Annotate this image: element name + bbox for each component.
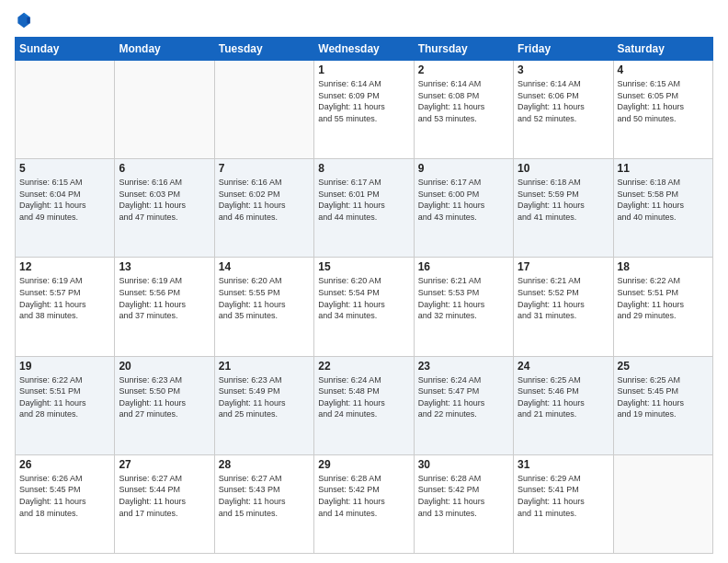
calendar-cell — [115, 61, 214, 159]
day-info: Sunrise: 6:16 AM Sunset: 6:03 PM Dayligh… — [119, 177, 210, 223]
logo-icon — [15, 11, 33, 29]
calendar-cell: 31Sunrise: 6:29 AM Sunset: 5:41 PM Dayli… — [514, 454, 613, 553]
calendar-cell: 23Sunrise: 6:24 AM Sunset: 5:47 PM Dayli… — [414, 356, 513, 454]
day-number: 17 — [518, 260, 609, 273]
weekday-header-wednesday: Wednesday — [314, 38, 414, 61]
calendar-cell — [214, 61, 313, 159]
day-number: 27 — [119, 458, 210, 471]
week-row-4: 26Sunrise: 6:26 AM Sunset: 5:45 PM Dayli… — [16, 454, 713, 553]
day-number: 18 — [618, 260, 709, 273]
day-info: Sunrise: 6:25 AM Sunset: 5:46 PM Dayligh… — [518, 374, 609, 420]
day-number: 2 — [418, 63, 509, 76]
day-number: 24 — [518, 360, 609, 373]
week-row-1: 5Sunrise: 6:15 AM Sunset: 6:04 PM Daylig… — [16, 159, 713, 258]
day-number: 14 — [219, 260, 310, 273]
calendar-cell: 7Sunrise: 6:16 AM Sunset: 6:02 PM Daylig… — [214, 159, 313, 258]
day-number: 21 — [219, 360, 310, 373]
calendar-cell: 21Sunrise: 6:23 AM Sunset: 5:49 PM Dayli… — [214, 356, 313, 454]
day-number: 6 — [119, 162, 210, 175]
day-number: 13 — [119, 260, 210, 273]
day-info: Sunrise: 6:23 AM Sunset: 5:49 PM Dayligh… — [219, 374, 310, 420]
day-info: Sunrise: 6:29 AM Sunset: 5:41 PM Dayligh… — [518, 473, 609, 519]
day-number: 3 — [518, 63, 609, 76]
day-info: Sunrise: 6:18 AM Sunset: 5:58 PM Dayligh… — [618, 177, 709, 223]
calendar-cell: 28Sunrise: 6:27 AM Sunset: 5:43 PM Dayli… — [214, 454, 313, 553]
day-info: Sunrise: 6:27 AM Sunset: 5:44 PM Dayligh… — [119, 473, 210, 519]
weekday-header-sunday: Sunday — [16, 38, 115, 61]
calendar-cell: 27Sunrise: 6:27 AM Sunset: 5:44 PM Dayli… — [115, 454, 214, 553]
calendar-cell — [613, 454, 712, 553]
weekday-header-saturday: Saturday — [613, 38, 712, 61]
calendar-cell: 19Sunrise: 6:22 AM Sunset: 5:51 PM Dayli… — [16, 356, 115, 454]
calendar-cell: 9Sunrise: 6:17 AM Sunset: 6:00 PM Daylig… — [414, 159, 513, 258]
calendar-table: SundayMondayTuesdayWednesdayThursdayFrid… — [15, 37, 713, 554]
calendar-cell: 11Sunrise: 6:18 AM Sunset: 5:58 PM Dayli… — [613, 159, 712, 258]
calendar-cell: 14Sunrise: 6:20 AM Sunset: 5:55 PM Dayli… — [214, 258, 313, 356]
calendar-cell: 3Sunrise: 6:14 AM Sunset: 6:06 PM Daylig… — [514, 61, 613, 159]
calendar-cell: 15Sunrise: 6:20 AM Sunset: 5:54 PM Dayli… — [314, 258, 414, 356]
day-info: Sunrise: 6:19 AM Sunset: 5:57 PM Dayligh… — [19, 275, 110, 321]
day-number: 31 — [518, 458, 609, 471]
calendar-cell: 17Sunrise: 6:21 AM Sunset: 5:52 PM Dayli… — [514, 258, 613, 356]
week-row-0: 1Sunrise: 6:14 AM Sunset: 6:09 PM Daylig… — [16, 61, 713, 159]
day-info: Sunrise: 6:15 AM Sunset: 6:04 PM Dayligh… — [19, 177, 110, 223]
day-number: 1 — [318, 63, 409, 76]
calendar-cell: 25Sunrise: 6:25 AM Sunset: 5:45 PM Dayli… — [613, 356, 712, 454]
calendar-cell: 22Sunrise: 6:24 AM Sunset: 5:48 PM Dayli… — [314, 356, 414, 454]
day-info: Sunrise: 6:17 AM Sunset: 6:01 PM Dayligh… — [318, 177, 409, 223]
day-number: 26 — [19, 458, 110, 471]
calendar-cell: 5Sunrise: 6:15 AM Sunset: 6:04 PM Daylig… — [16, 159, 115, 258]
day-info: Sunrise: 6:23 AM Sunset: 5:50 PM Dayligh… — [119, 374, 210, 420]
day-number: 7 — [219, 162, 310, 175]
calendar-cell: 29Sunrise: 6:28 AM Sunset: 5:42 PM Dayli… — [314, 454, 414, 553]
calendar-cell: 16Sunrise: 6:21 AM Sunset: 5:53 PM Dayli… — [414, 258, 513, 356]
week-row-2: 12Sunrise: 6:19 AM Sunset: 5:57 PM Dayli… — [16, 258, 713, 356]
calendar-cell — [16, 61, 115, 159]
day-number: 10 — [518, 162, 609, 175]
day-number: 23 — [418, 360, 509, 373]
svg-marker-2 — [27, 17, 29, 24]
day-info: Sunrise: 6:26 AM Sunset: 5:45 PM Dayligh… — [19, 473, 110, 519]
calendar-cell: 2Sunrise: 6:14 AM Sunset: 6:08 PM Daylig… — [414, 61, 513, 159]
day-info: Sunrise: 6:21 AM Sunset: 5:52 PM Dayligh… — [518, 275, 609, 321]
logo — [15, 11, 37, 29]
day-number: 29 — [318, 458, 409, 471]
weekday-header-thursday: Thursday — [414, 38, 513, 61]
week-row-3: 19Sunrise: 6:22 AM Sunset: 5:51 PM Dayli… — [16, 356, 713, 454]
day-number: 16 — [418, 260, 509, 273]
day-number: 25 — [618, 360, 709, 373]
day-info: Sunrise: 6:19 AM Sunset: 5:56 PM Dayligh… — [119, 275, 210, 321]
day-info: Sunrise: 6:15 AM Sunset: 6:05 PM Dayligh… — [618, 78, 709, 124]
day-info: Sunrise: 6:24 AM Sunset: 5:47 PM Dayligh… — [418, 374, 509, 420]
weekday-header-friday: Friday — [514, 38, 613, 61]
day-info: Sunrise: 6:20 AM Sunset: 5:55 PM Dayligh… — [219, 275, 310, 321]
day-number: 22 — [318, 360, 409, 373]
day-number: 15 — [318, 260, 409, 273]
day-info: Sunrise: 6:28 AM Sunset: 5:42 PM Dayligh… — [318, 473, 409, 519]
day-number: 8 — [318, 162, 409, 175]
day-info: Sunrise: 6:21 AM Sunset: 5:53 PM Dayligh… — [418, 275, 509, 321]
day-info: Sunrise: 6:22 AM Sunset: 5:51 PM Dayligh… — [19, 374, 110, 420]
day-info: Sunrise: 6:18 AM Sunset: 5:59 PM Dayligh… — [518, 177, 609, 223]
weekday-header-tuesday: Tuesday — [214, 38, 313, 61]
calendar-cell: 13Sunrise: 6:19 AM Sunset: 5:56 PM Dayli… — [115, 258, 214, 356]
day-info: Sunrise: 6:28 AM Sunset: 5:42 PM Dayligh… — [418, 473, 509, 519]
calendar-cell: 12Sunrise: 6:19 AM Sunset: 5:57 PM Dayli… — [16, 258, 115, 356]
calendar-cell: 8Sunrise: 6:17 AM Sunset: 6:01 PM Daylig… — [314, 159, 414, 258]
day-number: 12 — [19, 260, 110, 273]
day-number: 4 — [618, 63, 709, 76]
calendar-cell: 10Sunrise: 6:18 AM Sunset: 5:59 PM Dayli… — [514, 159, 613, 258]
calendar-cell: 30Sunrise: 6:28 AM Sunset: 5:42 PM Dayli… — [414, 454, 513, 553]
day-info: Sunrise: 6:24 AM Sunset: 5:48 PM Dayligh… — [318, 374, 409, 420]
calendar-cell: 26Sunrise: 6:26 AM Sunset: 5:45 PM Dayli… — [16, 454, 115, 553]
calendar-cell: 1Sunrise: 6:14 AM Sunset: 6:09 PM Daylig… — [314, 61, 414, 159]
header — [15, 11, 713, 29]
day-info: Sunrise: 6:16 AM Sunset: 6:02 PM Dayligh… — [219, 177, 310, 223]
day-info: Sunrise: 6:20 AM Sunset: 5:54 PM Dayligh… — [318, 275, 409, 321]
day-number: 9 — [418, 162, 509, 175]
weekday-header-row: SundayMondayTuesdayWednesdayThursdayFrid… — [16, 38, 713, 61]
day-number: 30 — [418, 458, 509, 471]
calendar-cell: 24Sunrise: 6:25 AM Sunset: 5:46 PM Dayli… — [514, 356, 613, 454]
page: SundayMondayTuesdayWednesdayThursdayFrid… — [0, 0, 728, 563]
weekday-header-monday: Monday — [115, 38, 214, 61]
